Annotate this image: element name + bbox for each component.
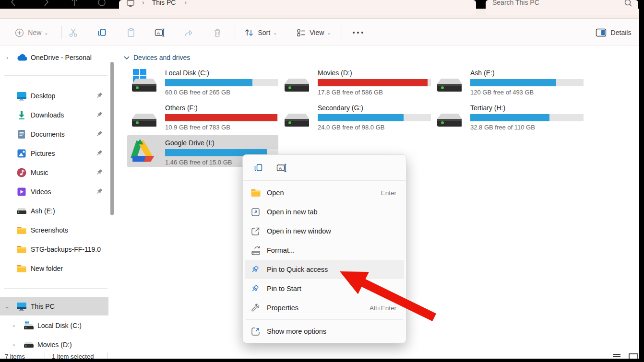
this-pc-icon xyxy=(126,0,135,8)
search-input[interactable]: Search This PC xyxy=(486,0,638,15)
address-bar[interactable]: › This PC › xyxy=(119,0,476,15)
capacity-bar xyxy=(470,79,584,86)
ellipsis-icon xyxy=(352,31,364,34)
sidebar-item-downloads[interactable]: Downloads xyxy=(0,106,108,124)
group-header-devices-and-drives[interactable]: Devices and drives xyxy=(124,54,190,61)
pin-icon xyxy=(96,188,103,195)
sidebar-item-desktop[interactable]: Desktop xyxy=(0,87,108,105)
drive-tile-local-disk-c[interactable]: Local Disk (C:) 60.0 GB free of 265 GB xyxy=(127,65,278,97)
folder-icon xyxy=(16,245,27,254)
drive-tile-movies-d[interactable]: Movies (D:) 17.8 GB free of 586 GB xyxy=(280,65,431,97)
drive-tile-tertiary-h[interactable]: Tertiary (H:) 32.8 GB free of 110 GB xyxy=(432,100,584,132)
share-button[interactable] xyxy=(180,24,197,41)
drive-icon xyxy=(130,103,156,128)
forward-icon[interactable] xyxy=(42,0,50,7)
cut-icon xyxy=(68,27,79,38)
menu-item-open-in-new-window[interactable]: Open in new window xyxy=(245,222,404,241)
rename-button[interactable]: A xyxy=(273,159,291,176)
drive-icon xyxy=(435,68,462,93)
capacity-bar xyxy=(318,79,431,86)
sidebar-item-onedrive[interactable]: › OneDrive - Personal xyxy=(0,48,108,67)
sort-button-label: Sort xyxy=(258,29,270,36)
show-more-options-icon xyxy=(250,327,261,337)
sidebar-item-videos[interactable]: Videos xyxy=(0,183,108,201)
sidebar-item-label: Local Disk (C:) xyxy=(37,322,82,329)
rename-button[interactable]: A xyxy=(151,24,168,41)
sort-button[interactable]: Sort ⌄ xyxy=(240,24,281,41)
cut-button[interactable] xyxy=(65,24,82,41)
videos-icon xyxy=(16,187,27,197)
see-more-button[interactable] xyxy=(348,24,368,41)
drive-free-space: 60.0 GB free of 265 GB xyxy=(165,89,278,96)
documents-icon xyxy=(17,129,26,140)
sidebar-item-stg-backups[interactable]: STG-backups-FF-119.0 xyxy=(0,240,108,258)
sidebar-divider xyxy=(4,288,107,289)
breadcrumb[interactable]: This PC xyxy=(152,0,176,7)
refresh-icon[interactable] xyxy=(97,0,107,8)
file-explorer-window: › This PC › Search This PC New ⌄ A xyxy=(0,0,644,362)
search-placeholder: Search This PC xyxy=(492,0,539,7)
drive-free-space: 32.8 GB free of 110 GB xyxy=(470,124,584,131)
desktop-icon xyxy=(16,91,27,101)
sidebar-item-label: New folder xyxy=(31,265,63,272)
copy-button[interactable] xyxy=(250,159,268,176)
breadcrumb-chevron: › xyxy=(142,0,144,7)
view-button[interactable]: View ⌄ xyxy=(292,24,335,41)
sidebar-item-this-pc[interactable]: ⌄ This PC xyxy=(0,297,108,315)
menu-item-open-in-new-tab[interactable]: Open in new tab xyxy=(245,202,404,222)
shortcut-label: Enter xyxy=(381,189,396,197)
pictures-icon xyxy=(16,148,27,159)
sidebar-item-documents[interactable]: Documents xyxy=(0,125,108,143)
google-drive-icon xyxy=(130,138,156,163)
drive-tile-secondary-g[interactable]: Secondary (G:) 24.0 GB free of 98.0 GB xyxy=(280,100,431,132)
drive-name: Tertiary (H:) xyxy=(470,104,584,112)
onedrive-icon xyxy=(15,53,28,62)
drive-tile-others-f[interactable]: Others (F:) 10.9 GB free of 783 GB xyxy=(127,100,278,132)
sidebar-item-label: OneDrive - Personal xyxy=(31,54,92,61)
sidebar-item-label: Documents xyxy=(31,130,65,138)
chevron-down-icon: ⌄ xyxy=(44,30,48,35)
paste-button[interactable] xyxy=(122,24,140,41)
plus-circle-icon xyxy=(15,28,24,37)
sidebar-item-ash-drive[interactable]: Ash (E:) xyxy=(0,202,108,220)
paste-icon xyxy=(126,27,136,38)
sidebar-item-local-disk-c[interactable]: › Local Disk (C:) xyxy=(0,316,108,335)
menu-item-open[interactable]: Open Enter xyxy=(245,183,404,202)
drive-icon xyxy=(283,68,309,93)
sidebar-item-label: Ash (E:) xyxy=(31,207,55,215)
sidebar-item-new-folder[interactable]: New folder xyxy=(0,259,108,278)
up-icon[interactable] xyxy=(71,0,78,7)
sidebar-divider xyxy=(4,75,107,76)
drive-name: Local Disk (C:) xyxy=(165,69,278,77)
details-pane-button[interactable]: Details xyxy=(591,24,635,41)
this-pc-monitor-icon xyxy=(16,302,27,311)
view-icon xyxy=(296,28,306,37)
music-icon xyxy=(16,167,27,178)
sidebar-item-pictures[interactable]: Pictures xyxy=(0,144,108,163)
view-button-label: View xyxy=(310,29,324,36)
drive-free-space: 24.0 GB free of 98.0 GB xyxy=(318,124,431,131)
sidebar-item-music[interactable]: Music xyxy=(0,163,108,182)
drive-tile-ash-e[interactable]: Ash (E:) 120 GB free of 493 GB xyxy=(432,65,584,97)
pin-icon xyxy=(96,111,103,118)
delete-button[interactable] xyxy=(209,24,226,41)
search-icon xyxy=(624,0,632,8)
wrench-icon xyxy=(250,303,260,313)
capacity-bar xyxy=(165,114,278,121)
sidebar-scrollbar[interactable] xyxy=(110,62,114,215)
new-button[interactable]: New ⌄ xyxy=(10,24,54,41)
breadcrumb-chevron: › xyxy=(184,0,187,7)
pin-icon xyxy=(96,169,103,176)
details-pane-label: Details xyxy=(611,29,632,36)
chevron-down-icon: ⌄ xyxy=(327,30,331,35)
drive-free-space: 17.8 GB free of 586 GB xyxy=(318,89,431,96)
pin-icon xyxy=(250,265,259,274)
drive-icon xyxy=(22,340,35,349)
sidebar-item-screenshots[interactable]: Screenshots xyxy=(0,221,108,239)
back-icon[interactable] xyxy=(10,0,17,7)
sidebar-item-label: Videos xyxy=(31,188,51,196)
svg-text:A: A xyxy=(157,30,160,35)
menu-item-format[interactable]: Format... xyxy=(245,241,404,260)
sidebar-item-label: This PC xyxy=(31,303,55,310)
copy-button[interactable] xyxy=(94,24,111,41)
